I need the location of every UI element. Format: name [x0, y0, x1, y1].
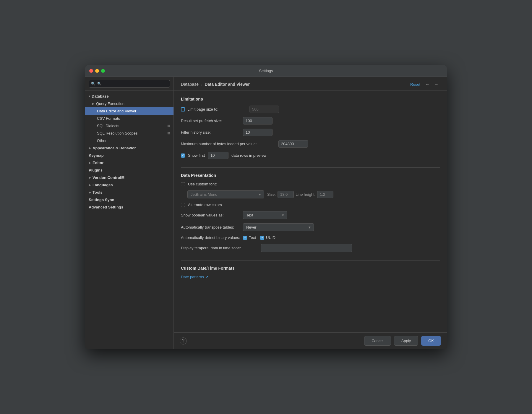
limit-page-size-checkbox-wrapper: Limit page size to:	[181, 107, 246, 111]
font-select-dropdown[interactable]: JetBrains Mono ▾	[187, 190, 264, 198]
alt-row-colors-checkbox[interactable]	[181, 203, 185, 207]
chevron-right-icon: ▶	[92, 102, 95, 105]
auto-transpose-arrow-icon: ▾	[309, 225, 311, 229]
size-label: Size:	[267, 192, 276, 197]
ok-button[interactable]: OK	[421, 336, 441, 346]
sidebar-item-keymap[interactable]: Keymap	[85, 152, 173, 159]
minimize-button[interactable]	[95, 69, 99, 73]
sidebar-label-database: Database	[92, 94, 109, 98]
text-binary-checkbox[interactable]	[243, 236, 247, 240]
sidebar-item-languages[interactable]: ▶ Languages	[85, 181, 173, 189]
traffic-lights	[89, 69, 105, 73]
search-input[interactable]	[89, 80, 170, 88]
nav-arrows: ← →	[424, 81, 440, 88]
auto-transpose-value: Never	[246, 225, 257, 229]
sidebar-item-other[interactable]: Other	[85, 137, 173, 144]
result-set-prefetch-label: Result set prefetch size:	[181, 119, 240, 123]
footer-actions: Cancel Apply OK	[364, 336, 441, 346]
custom-font-checkbox[interactable]	[181, 182, 185, 186]
filter-history-row: Filter history size:	[181, 129, 440, 136]
auto-binary-label: Automatically detect binary values:	[181, 235, 240, 240]
sql-dialects-badge: ⊞	[167, 124, 170, 128]
chevron-right-icon-tools: ▶	[89, 191, 91, 194]
chevron-right-icon-lang: ▶	[89, 183, 91, 187]
show-first-checkbox[interactable]	[181, 153, 185, 158]
maximize-button[interactable]	[101, 69, 105, 73]
result-set-prefetch-input[interactable]	[243, 117, 273, 124]
custom-font-row: Use custom font:	[181, 182, 440, 186]
titlebar: Settings	[85, 65, 447, 77]
font-select-arrow-icon: ▾	[259, 192, 261, 197]
sidebar-item-appearance-behavior[interactable]: ▶ Appearance & Behavior	[85, 144, 173, 152]
sidebar-item-editor[interactable]: ▶ Editor	[85, 159, 173, 166]
uuid-binary-checkbox[interactable]	[260, 236, 264, 240]
filter-history-input[interactable]	[243, 129, 273, 136]
main-body: Limitations Limit page size to: Result s…	[174, 91, 447, 332]
dropdown-arrow-icon: ▾	[282, 213, 284, 217]
sidebar-item-sql-resolution-scopes[interactable]: SQL Resolution Scopes ⊞	[85, 130, 173, 137]
temporal-tz-input[interactable]	[261, 244, 352, 252]
main-header: Database › Data Editor and Viewer Reset …	[174, 77, 447, 91]
limit-page-size-label: Limit page size to:	[187, 107, 246, 111]
chevron-right-icon-ed: ▶	[89, 161, 91, 164]
search-box: 🔍	[85, 77, 173, 91]
show-boolean-dropdown[interactable]: Text ▾	[243, 211, 287, 219]
show-first-input[interactable]	[208, 152, 228, 159]
sidebar-item-version-control[interactable]: ▶ Version Control ⊞	[85, 174, 173, 181]
show-first-suffix: data rows in preview	[231, 153, 267, 158]
sidebar-item-advanced-settings[interactable]: Advanced Settings	[85, 203, 173, 211]
close-button[interactable]	[89, 69, 93, 73]
max-bytes-input[interactable]	[278, 140, 308, 148]
line-height-input[interactable]	[317, 191, 333, 198]
alt-row-colors-row: Alternate row colors	[181, 203, 440, 207]
data-presentation-section: Data Presentation Use custom font: JetBr…	[181, 173, 440, 252]
chevron-right-icon-vc: ▶	[89, 176, 91, 179]
sidebar-label-query-execution: Query Execution	[96, 101, 124, 106]
sidebar-item-query-execution[interactable]: ▶ Query Execution	[85, 100, 173, 107]
sidebar-label-settings-sync: Settings Sync	[89, 198, 114, 202]
max-bytes-label: Maximum number of bytes loaded per value…	[181, 142, 275, 146]
font-size-input[interactable]	[278, 191, 294, 198]
cancel-button[interactable]: Cancel	[364, 336, 391, 346]
sidebar-label-plugins: Plugins	[89, 168, 103, 172]
chevron-down-icon: ▾	[89, 95, 90, 98]
reset-button[interactable]: Reset	[410, 82, 420, 87]
sidebar-item-csv-formats[interactable]: CSV Formats	[85, 115, 173, 122]
filter-history-label: Filter history size:	[181, 130, 240, 135]
sidebar-item-data-editor-viewer[interactable]: Data Editor and Viewer	[85, 107, 173, 115]
limit-page-size-checkbox[interactable]	[181, 107, 185, 111]
auto-binary-row: Automatically detect binary values: Text…	[181, 235, 440, 240]
uuid-binary-label: UUID	[266, 235, 275, 240]
apply-button[interactable]: Apply	[394, 336, 419, 346]
limit-page-size-input[interactable]	[249, 106, 279, 113]
back-button[interactable]: ←	[424, 81, 431, 88]
custom-datetime-title: Custom Date/Time Formats	[181, 266, 440, 271]
help-icon: ?	[182, 338, 185, 344]
show-first-row: Show first data rows in preview	[181, 152, 440, 159]
help-button[interactable]: ?	[180, 337, 187, 345]
sidebar-item-tools[interactable]: ▶ Tools	[85, 189, 173, 196]
auto-transpose-row: Automatically transpose tables: Never ▾	[181, 223, 440, 231]
forward-button[interactable]: →	[433, 81, 440, 88]
sidebar-label-editor: Editor	[93, 161, 104, 165]
show-boolean-row: Show boolean values as: Text ▾	[181, 211, 440, 219]
sidebar-label-appearance-behavior: Appearance & Behavior	[93, 146, 136, 150]
search-icon: 🔍	[91, 82, 95, 86]
settings-window: Settings 🔍 ▾ Database ▶ Query Executi	[85, 65, 447, 349]
result-set-prefetch-row: Result set prefetch size:	[181, 117, 440, 124]
sidebar-label-tools: Tools	[93, 190, 103, 195]
sidebar-item-plugins[interactable]: Plugins	[85, 166, 173, 174]
sidebar-label-other: Other	[97, 138, 107, 143]
data-presentation-title: Data Presentation	[181, 173, 440, 178]
sidebar-item-database[interactable]: ▾ Database	[85, 93, 173, 100]
sql-resolution-badge: ⊞	[167, 131, 170, 135]
sidebar-item-settings-sync[interactable]: Settings Sync	[85, 196, 173, 203]
line-height-label: Line height:	[296, 192, 315, 197]
custom-font-label: Use custom font:	[188, 182, 247, 186]
date-patterns-link[interactable]: Date patterns ↗	[181, 275, 208, 279]
sidebar-item-sql-dialects[interactable]: SQL Dialects ⊞	[85, 122, 173, 130]
auto-transpose-dropdown[interactable]: Never ▾	[243, 223, 314, 231]
show-first-prefix: Show first	[188, 153, 205, 158]
breadcrumb: Database › Data Editor and Viewer	[181, 82, 250, 87]
sidebar-nav: ▾ Database ▶ Query Execution Data Editor…	[85, 91, 173, 349]
